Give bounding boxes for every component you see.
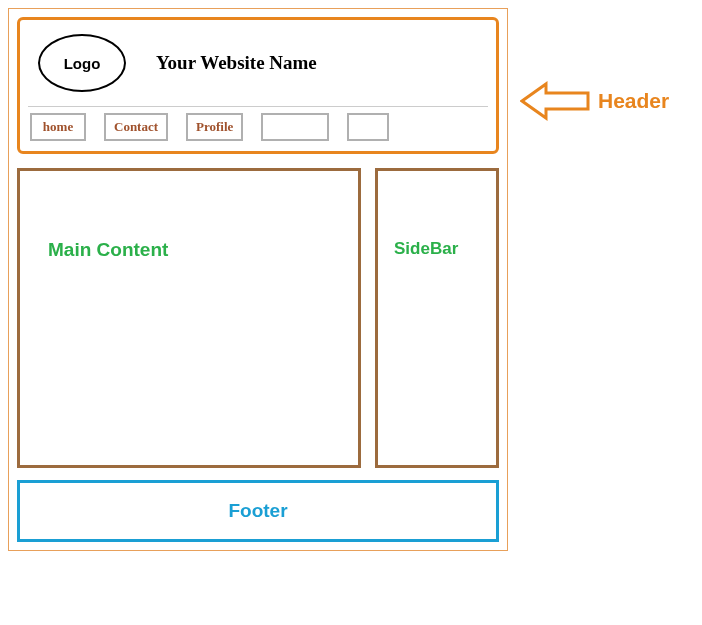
footer-label: Footer (228, 500, 287, 522)
page-wireframe: Logo Your Website Name home Contact Prof… (8, 8, 508, 551)
nav-item-label: home (43, 119, 73, 135)
logo-placeholder: Logo (38, 34, 126, 92)
nav-item-empty[interactable] (347, 113, 389, 141)
header-annotation-label: Header (598, 89, 669, 113)
footer-region: Footer (17, 480, 499, 542)
site-name: Your Website Name (156, 52, 317, 74)
nav-item-empty[interactable] (261, 113, 329, 141)
main-content-label: Main Content (48, 239, 168, 260)
sidebar-region: SideBar (375, 168, 499, 468)
nav-item-home[interactable]: home (30, 113, 86, 141)
header-annotation: Header (520, 78, 669, 124)
arrow-left-icon (520, 78, 592, 124)
sidebar-label: SideBar (394, 239, 458, 258)
main-content-region: Main Content (17, 168, 361, 468)
nav-item-label: Contact (114, 119, 158, 135)
header-top-row: Logo Your Website Name (26, 26, 490, 104)
logo-text: Logo (64, 55, 101, 72)
nav-bar: home Contact Profile (26, 113, 490, 145)
nav-item-label: Profile (196, 119, 233, 135)
nav-item-contact[interactable]: Contact (104, 113, 168, 141)
header-region: Logo Your Website Name home Contact Prof… (17, 17, 499, 154)
nav-item-profile[interactable]: Profile (186, 113, 243, 141)
body-row: Main Content SideBar (17, 168, 499, 468)
nav-divider (28, 106, 488, 107)
